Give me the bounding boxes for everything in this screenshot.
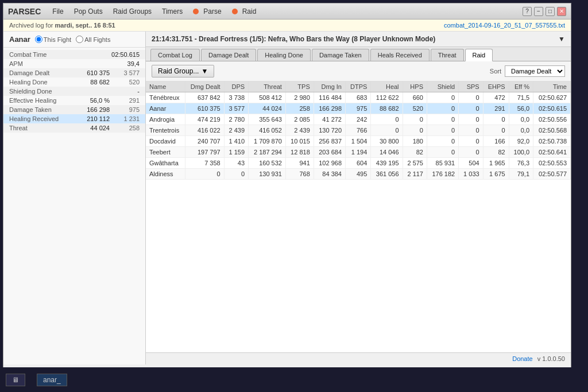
stat-values: 210 112 1 231 bbox=[81, 115, 140, 122]
table-cell: 0 bbox=[427, 92, 458, 103]
table-cell: 116 484 bbox=[314, 92, 345, 103]
table-cell: 258 bbox=[285, 103, 314, 114]
table-cell: 610 375 bbox=[185, 103, 224, 114]
table-cell: 88 682 bbox=[371, 103, 403, 114]
menu-timers[interactable]: Timers bbox=[157, 6, 187, 17]
close-button[interactable]: ✕ bbox=[557, 7, 566, 16]
tab-combat-log[interactable]: Combat Log bbox=[150, 49, 200, 61]
archive-file-link[interactable]: combat_2014-09-16_20_51_07_557555.txt bbox=[444, 22, 565, 29]
controls-bar: Raid Group... ▼ Sort Damage Dealt bbox=[146, 61, 571, 81]
table-row[interactable]: Teebert197 7971 1592 187 29412 818203 68… bbox=[146, 147, 571, 158]
tab-threat[interactable]: Threat bbox=[431, 49, 464, 61]
app-logo: PARSEC bbox=[8, 7, 41, 16]
col-header-shield[interactable]: Shield bbox=[427, 81, 458, 92]
col-header-name[interactable]: Name bbox=[146, 81, 185, 92]
menu-raid[interactable]: Raid bbox=[227, 6, 261, 17]
table-row[interactable]: Docdavid240 7071 4101 709 87010 015256 8… bbox=[146, 136, 571, 147]
table-cell: Teebert bbox=[146, 147, 185, 158]
table-cell: 02:50.615 bbox=[533, 103, 571, 114]
table-cell: 504 bbox=[459, 158, 483, 169]
table-cell: Gwâtharta bbox=[146, 158, 185, 169]
table-cell: 0 bbox=[427, 136, 458, 147]
col-header-dmg-dealt[interactable]: Dmg Dealt bbox=[185, 81, 224, 92]
menu-file[interactable]: File bbox=[48, 6, 68, 17]
table-row[interactable]: Trentetrois416 0222 439416 0522 439130 7… bbox=[146, 125, 571, 136]
table-cell: 176 182 bbox=[427, 169, 458, 180]
stat-label: Effective Healing bbox=[9, 97, 56, 104]
donate-link[interactable]: Donate bbox=[512, 355, 532, 362]
all-fights-radio[interactable]: All Fights bbox=[76, 36, 110, 43]
sort-select[interactable]: Damage Dealt bbox=[505, 65, 565, 77]
col-header-sps[interactable]: SPS bbox=[459, 81, 483, 92]
table-cell: 12 818 bbox=[285, 147, 314, 158]
menu-popouts[interactable]: Pop Outs bbox=[69, 6, 107, 17]
col-header-hps[interactable]: HPS bbox=[403, 81, 427, 92]
table-cell: 355 643 bbox=[249, 114, 286, 125]
table-cell: 166 bbox=[483, 136, 509, 147]
stat-label: Damage Dealt bbox=[9, 69, 49, 76]
table-cell: 112 622 bbox=[371, 92, 403, 103]
raid-table: NameDmg DealtDPSThreatTPSDmg InDTPSHealH… bbox=[146, 81, 571, 180]
stat-values: 610 375 3 577 bbox=[81, 69, 140, 76]
table-cell: 604 bbox=[346, 158, 371, 169]
table-cell: 508 412 bbox=[249, 92, 286, 103]
table-cell: 2 980 bbox=[285, 92, 314, 103]
table-cell: 768 bbox=[285, 169, 314, 180]
tab-damage-taken[interactable]: Damage Taken bbox=[312, 49, 369, 61]
col-header-threat[interactable]: Threat bbox=[249, 81, 286, 92]
col-header-dps[interactable]: DPS bbox=[224, 81, 248, 92]
minimize-button[interactable]: − bbox=[534, 7, 543, 16]
right-panel: 21:14:31.751 - Dread Fortress (1/5): Nef… bbox=[146, 32, 571, 364]
stat-label: Healing Done bbox=[9, 79, 48, 86]
help-button[interactable]: ? bbox=[523, 7, 532, 16]
table-cell: 242 bbox=[346, 114, 371, 125]
table-cell: 41 272 bbox=[314, 114, 345, 125]
this-fight-radio[interactable]: This Fight bbox=[35, 36, 71, 43]
col-header-ehps[interactable]: EHPS bbox=[483, 81, 509, 92]
table-cell: Docdavid bbox=[146, 136, 185, 147]
maximize-button[interactable]: □ bbox=[546, 7, 555, 16]
table-cell: 02:50.556 bbox=[533, 114, 571, 125]
table-cell: 291 bbox=[483, 103, 509, 114]
table-cell: 82 bbox=[403, 147, 427, 158]
table-cell: 0 bbox=[185, 169, 224, 180]
col-header-tps[interactable]: TPS bbox=[285, 81, 314, 92]
fight-title-text: 21:14:31.751 - Dread Fortress (1/5): Nef… bbox=[152, 35, 435, 43]
menu-parse[interactable]: Parse bbox=[188, 6, 226, 17]
table-cell: 0 bbox=[427, 114, 458, 125]
menu-raid-groups[interactable]: Raid Groups bbox=[109, 6, 156, 17]
stat-label: Shielding Done bbox=[9, 88, 52, 95]
table-row[interactable]: Androgia474 2192 780355 6432 08541 27224… bbox=[146, 114, 571, 125]
col-header-time[interactable]: Time bbox=[533, 81, 571, 92]
fight-title-dropdown-icon[interactable]: ▼ bbox=[558, 35, 565, 43]
table-row[interactable]: Aanar610 3753 57744 024258166 29897588 6… bbox=[146, 103, 571, 114]
table-cell: 02:50.738 bbox=[533, 136, 571, 147]
table-cell: 0 bbox=[371, 125, 403, 136]
table-row[interactable]: Aldiness00130 93176884 384495361 0562 11… bbox=[146, 169, 571, 180]
col-header-heal[interactable]: Heal bbox=[371, 81, 403, 92]
table-cell: 43 bbox=[224, 158, 248, 169]
table-cell: 82 bbox=[483, 147, 509, 158]
table-cell: 0 bbox=[459, 114, 483, 125]
stat-row: Combat Time 02:50.615 bbox=[3, 50, 145, 59]
stat-values: 56,0 % 291 bbox=[81, 97, 140, 104]
table-cell: 10 015 bbox=[285, 136, 314, 147]
table-row[interactable]: Ténébreux637 8423 738508 4122 980116 484… bbox=[146, 92, 571, 103]
table-cell: 1 410 bbox=[224, 136, 248, 147]
tab-heals-received[interactable]: Heals Received bbox=[370, 49, 430, 61]
col-header-dtps[interactable]: DTPS bbox=[346, 81, 371, 92]
tab-raid[interactable]: Raid bbox=[465, 49, 493, 61]
col-header-dmg-in[interactable]: Dmg In bbox=[314, 81, 345, 92]
table-cell: 1 675 bbox=[483, 169, 509, 180]
table-cell: 0 bbox=[459, 147, 483, 158]
table-cell: 2 187 294 bbox=[249, 147, 286, 158]
tab-healing-done[interactable]: Healing Done bbox=[257, 49, 311, 61]
col-header-eff-%[interactable]: Eff % bbox=[509, 81, 533, 92]
stat-val1: 56,0 % bbox=[81, 97, 110, 104]
tab-damage-dealt[interactable]: Damage Dealt bbox=[201, 49, 256, 61]
taskbar-item[interactable]: 🖥 bbox=[6, 374, 25, 386]
raid-group-button[interactable]: Raid Group... ▼ bbox=[152, 65, 214, 77]
stat-row: Effective Healing 56,0 % 291 bbox=[3, 96, 145, 105]
table-cell: 130 931 bbox=[249, 169, 286, 180]
table-row[interactable]: Gwâtharta7 35843160 532941102 968604439 … bbox=[146, 158, 571, 169]
